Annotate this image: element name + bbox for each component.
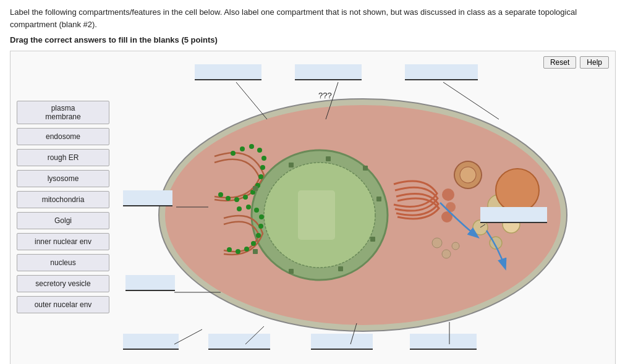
blank-10[interactable]: [123, 190, 172, 206]
sidebar-item-plasma-membrane[interactable]: plasmamembrane: [17, 101, 109, 124]
sidebar: plasmamembrane endosome rough ER lysosom…: [17, 64, 109, 364]
svg-point-8: [257, 148, 262, 153]
svg-rect-42: [289, 163, 294, 167]
blank-3[interactable]: [405, 64, 478, 80]
blank-2[interactable]: [295, 64, 362, 80]
blank-8[interactable]: [123, 334, 179, 350]
svg-rect-46: [370, 237, 375, 242]
svg-point-10: [260, 165, 265, 170]
svg-point-14: [243, 195, 248, 200]
blank-9[interactable]: [125, 275, 175, 291]
svg-point-5: [231, 151, 236, 156]
svg-point-21: [259, 214, 264, 219]
sidebar-item-secretory-vesicle[interactable]: secretory vesicle: [17, 275, 109, 292]
blank-6[interactable]: [311, 334, 373, 350]
sidebar-item-endosome[interactable]: endosome: [17, 128, 109, 145]
svg-point-18: [237, 206, 242, 211]
blank-5[interactable]: [410, 334, 477, 350]
svg-point-17: [218, 192, 223, 197]
blank-4[interactable]: [480, 207, 547, 223]
sidebar-item-golgi[interactable]: Golgi: [17, 212, 109, 229]
svg-point-9: [261, 156, 266, 161]
svg-rect-43: [326, 156, 331, 161]
svg-point-19: [246, 205, 251, 210]
svg-point-7: [249, 144, 254, 149]
svg-point-39: [442, 250, 451, 258]
svg-point-37: [496, 169, 539, 212]
diagram-area: 1) 2) ??? 3) 4): [116, 64, 609, 364]
content-area: plasmamembrane endosome rough ER lysosom…: [17, 64, 609, 364]
sidebar-item-outer-nuclear-env[interactable]: outer nucelar env: [17, 296, 109, 313]
svg-point-16: [226, 196, 231, 201]
svg-point-23: [256, 233, 261, 238]
svg-point-6: [240, 146, 245, 151]
svg-rect-47: [338, 266, 343, 271]
main-container: Reset Help plasmamembrane endosome rough…: [10, 51, 616, 364]
svg-point-28: [442, 188, 454, 201]
svg-point-40: [452, 242, 459, 250]
svg-rect-48: [289, 269, 294, 274]
svg-point-11: [258, 174, 263, 179]
sidebar-item-mitochondria[interactable]: mitochondria: [17, 191, 109, 208]
svg-point-20: [254, 208, 259, 213]
question-marks: ???: [318, 91, 332, 100]
svg-point-22: [258, 224, 263, 229]
svg-point-27: [227, 247, 232, 252]
sidebar-item-rough-er[interactable]: rough ER: [17, 149, 109, 166]
cell-diagram: 1) 2) ??? 3) 4): [116, 64, 598, 364]
svg-rect-44: [363, 166, 368, 171]
svg-rect-41: [253, 186, 258, 191]
svg-point-26: [236, 249, 240, 254]
svg-point-15: [234, 197, 239, 202]
svg-rect-45: [376, 197, 381, 201]
svg-point-25: [244, 247, 249, 252]
blank-1[interactable]: [195, 64, 261, 80]
drag-instructions: Drag the correct answers to fill in the …: [10, 35, 218, 44]
sidebar-item-nucleus[interactable]: nucleus: [17, 254, 109, 271]
sidebar-item-lysosome[interactable]: lysosome: [17, 170, 109, 187]
svg-point-24: [251, 241, 256, 246]
sidebar-item-inner-nuclear-env[interactable]: inner nuclear env: [17, 233, 109, 250]
svg-rect-49: [253, 249, 258, 254]
instruction-line1: Label the following compartments/feature…: [10, 7, 577, 17]
instruction-line2: compartment (blank #2).: [10, 20, 97, 29]
svg-point-38: [432, 238, 442, 248]
svg-rect-4: [298, 190, 335, 240]
blank-7[interactable]: [208, 334, 270, 350]
